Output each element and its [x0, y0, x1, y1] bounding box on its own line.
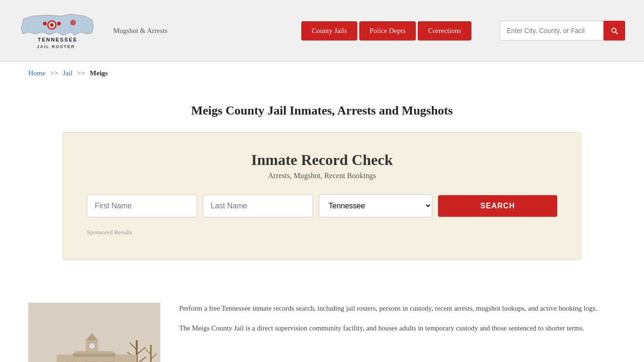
record-check-form: Tennessee Alabama Alaska Arizona Arkansa…	[87, 194, 557, 217]
header-search-input[interactable]	[500, 21, 603, 41]
mugshot-arrests-link[interactable]: Mugshot & Arrests	[113, 27, 167, 35]
first-name-input[interactable]	[87, 195, 197, 217]
corrections-button[interactable]: Corrections	[418, 21, 471, 41]
description-text: Perform a free Tennessee inmate records …	[179, 303, 616, 342]
breadcrumb-home-link[interactable]: Home	[28, 69, 46, 77]
site-logo[interactable]: TENNESSEE JAIL ROSTER	[19, 9, 94, 52]
svg-point-28	[89, 343, 95, 349]
county-jails-button[interactable]: County Jails	[301, 21, 357, 41]
site-header: TENNESSEE JAIL ROSTER Mugshot & Arrests …	[0, 0, 644, 62]
nav-buttons-group: County Jails Police Depts Corrections	[301, 21, 471, 41]
sponsored-label: Sponsored Results	[87, 229, 557, 236]
record-search-button[interactable]: SEARCH	[438, 195, 557, 217]
bottom-section: Perform a free Tennessee inmate records …	[0, 293, 644, 362]
svg-point-2	[50, 23, 54, 27]
breadcrumb-sep-1: >>	[50, 69, 58, 77]
record-check-subtitle: Arrests, Mugshot, Recent Bookings	[87, 172, 557, 180]
header-search-button[interactable]	[603, 21, 625, 41]
svg-point-4	[57, 22, 61, 25]
search-icon	[610, 26, 619, 35]
breadcrumb: Home >> Jail >> Meigs	[0, 62, 644, 85]
police-depts-button[interactable]: Police Depts	[359, 21, 416, 41]
page-title: Meigs County Jail Inmates, Arrests and M…	[28, 104, 616, 118]
building-image	[28, 303, 160, 362]
svg-text:TENNESSEE: TENNESSEE	[38, 37, 78, 42]
svg-point-3	[43, 22, 47, 25]
description-para-2: The Meigs County Jail is a direct superv…	[179, 322, 616, 335]
main-content: Meigs County Jail Inmates, Arrests and M…	[0, 85, 644, 293]
breadcrumb-current: Meigs	[90, 69, 107, 77]
state-select[interactable]: Tennessee Alabama Alaska Arizona Arkansa…	[319, 194, 432, 217]
svg-text:JAIL ROSTER: JAIL ROSTER	[37, 44, 75, 49]
breadcrumb-sep-2: >>	[77, 69, 85, 77]
breadcrumb-jail-link[interactable]: Jail	[63, 69, 73, 77]
last-name-input[interactable]	[203, 195, 313, 217]
description-para-1: Perform a free Tennessee inmate records …	[179, 303, 616, 315]
record-check-box: Inmate Record Check Arrests, Mugshot, Re…	[63, 132, 581, 260]
header-search-bar	[500, 21, 625, 41]
svg-point-5	[70, 20, 76, 25]
record-check-title: Inmate Record Check	[87, 151, 557, 169]
